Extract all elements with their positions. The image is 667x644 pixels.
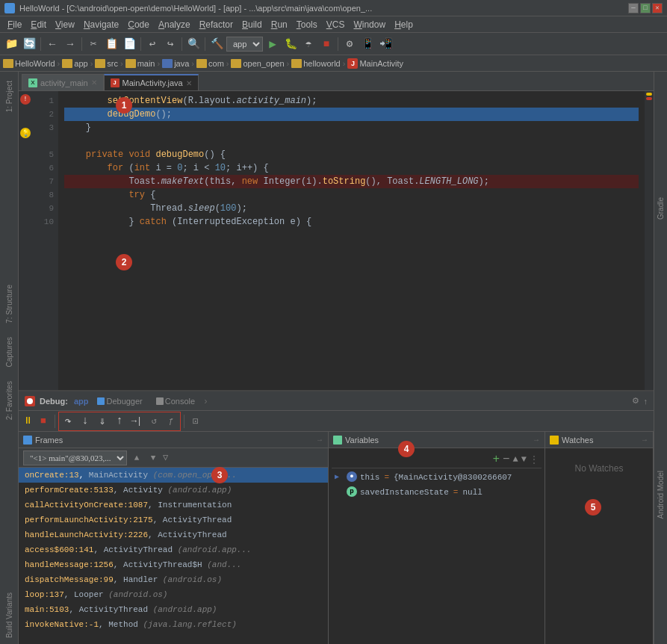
stop-program-btn[interactable]: ■: [35, 413, 52, 430]
frame-item-1[interactable]: performCreate:5133, Activity (android.ap…: [19, 483, 328, 498]
evaluate-expr-btn[interactable]: ƒ: [163, 413, 179, 430]
console-tab-btn[interactable]: Console: [152, 395, 199, 407]
variables-panel-expand[interactable]: →: [533, 436, 540, 444]
var-this-expand[interactable]: ▶: [335, 471, 344, 483]
toolbar-sync-btn[interactable]: 🔄: [21, 36, 37, 52]
bc-main[interactable]: main: [125, 59, 155, 68]
tab-mainactivity[interactable]: J MainActivity.java ✕: [104, 74, 199, 90]
bc-open-open[interactable]: open_open: [231, 59, 284, 68]
com-folder-icon: [196, 59, 207, 68]
toolbar-find-btn[interactable]: 🔍: [185, 36, 202, 52]
menu-edit[interactable]: Edit: [26, 18, 51, 31]
bc-helloworld[interactable]: HelloWorld: [3, 59, 55, 68]
menu-analyze[interactable]: Analyze: [154, 18, 195, 31]
frames-panel-expand[interactable]: →: [316, 436, 323, 444]
toolbar-stop-btn[interactable]: ■: [318, 36, 335, 52]
step-out-btn[interactable]: ↑: [111, 413, 128, 430]
vars-nav-down-btn[interactable]: ▼: [521, 454, 527, 465]
tab-mainactivity-close[interactable]: ✕: [186, 79, 192, 87]
right-sidebar-gradle-tab[interactable]: Gradle: [657, 194, 665, 223]
var-this[interactable]: ▶ ● this = {MainActivity@8300266607: [332, 470, 542, 485]
menu-code[interactable]: Code: [123, 18, 154, 31]
menu-view[interactable]: View: [51, 18, 79, 31]
frame-item-8[interactable]: loop:137, Looper (android.os): [19, 587, 328, 602]
pause-program-btn[interactable]: ⏸: [22, 413, 34, 430]
toolbar-project-btn[interactable]: 📁: [3, 36, 19, 52]
bc-mainactivity[interactable]: J MainActivity: [347, 58, 403, 69]
toolbar-run-btn[interactable]: ▶: [264, 36, 281, 52]
close-button[interactable]: ✕: [652, 3, 663, 13]
reset-frame-btn[interactable]: ↺: [146, 413, 162, 430]
right-sidebar-android-tab[interactable]: Android Model: [657, 468, 665, 521]
frame-item-2[interactable]: callActivityOnCreate:1087, Instrumentati…: [19, 498, 328, 513]
sidebar-buildvariants-tab[interactable]: Build Variants: [4, 586, 15, 644]
toolbar-settings-btn[interactable]: ⚙: [341, 36, 358, 52]
toolbar-redo-btn[interactable]: ↪: [162, 36, 179, 52]
bc-helloworld-pkg[interactable]: helloworld: [291, 59, 341, 68]
sidebar-structure-tab[interactable]: 7: Structure: [4, 279, 15, 329]
menu-help[interactable]: Help: [390, 18, 418, 31]
bc-src[interactable]: src: [95, 59, 118, 68]
annotation-3: 3: [211, 467, 228, 483]
debug-settings-btn[interactable]: ⚙: [632, 396, 639, 406]
toolbar-forward-btn[interactable]: →: [62, 36, 78, 52]
thread-select[interactable]: "<1> main"@830,023,...: [23, 451, 127, 465]
toolbar-avd-btn[interactable]: 📲: [377, 36, 394, 52]
frame-item-0[interactable]: onCreate:13, MainActivity (com.open_open…: [19, 468, 328, 483]
menu-vcs[interactable]: VCS: [322, 18, 350, 31]
code-editor[interactable]: setContentView(R.layout.activity_main); …: [58, 91, 645, 390]
watches-panel-expand[interactable]: →: [641, 436, 648, 444]
step-over-btn[interactable]: ↷: [60, 413, 76, 430]
bc-app[interactable]: app: [62, 59, 87, 68]
toolbar-sep-2: [81, 37, 82, 51]
frame-item-6[interactable]: handleMessage:1256, ActivityThread$H (an…: [19, 557, 328, 572]
remove-watch-btn[interactable]: −: [503, 453, 510, 466]
toolbar-sdk-btn[interactable]: 📱: [359, 36, 376, 52]
sidebar-project-tab[interactable]: 1: Project: [4, 75, 15, 118]
toolbar-copy-btn[interactable]: 📋: [103, 36, 120, 52]
frame-item-4[interactable]: handleLaunchActivity:2226, ActivityThrea…: [19, 527, 328, 542]
toolbar-back-btn[interactable]: ←: [44, 36, 61, 52]
menu-build[interactable]: Build: [238, 18, 267, 31]
vars-nav-up-btn[interactable]: ▲: [513, 454, 518, 465]
vars-expand-btn[interactable]: ⋮: [530, 454, 539, 465]
menu-run[interactable]: Run: [267, 18, 292, 31]
tab-activity-main-close[interactable]: ✕: [91, 78, 97, 87]
toolbar-undo-btn[interactable]: ↩: [144, 36, 161, 52]
run-to-cursor-btn[interactable]: →|: [128, 413, 145, 430]
toolbar-debug-btn[interactable]: 🐛: [282, 36, 299, 52]
run-config-select[interactable]: app: [226, 37, 263, 52]
bc-java[interactable]: java: [162, 59, 189, 68]
frames-up-btn[interactable]: ▲: [130, 451, 143, 465]
toolbar-coverage-btn[interactable]: ☂: [300, 36, 317, 52]
frames-filter-btn[interactable]: ▽: [163, 452, 168, 463]
menu-window[interactable]: Window: [349, 18, 390, 31]
tab-activity-main[interactable]: X activity_main ✕: [22, 74, 104, 90]
debugger-tab-btn[interactable]: Debugger: [93, 395, 146, 407]
menu-navigate[interactable]: Navigate: [79, 18, 123, 31]
sidebar-captures-tab[interactable]: Captures: [4, 331, 15, 374]
menu-tools[interactable]: Tools: [292, 18, 322, 31]
toolbar-cut-btn[interactable]: ✂: [85, 36, 102, 52]
sidebar-favorites-tab[interactable]: 2: Favorites: [4, 375, 15, 426]
frame-item-10[interactable]: invokeNative:-1, Method (java.lang.refle…: [19, 617, 328, 632]
debug-pin-btn[interactable]: ↑: [644, 397, 648, 406]
maximize-button[interactable]: □: [640, 3, 651, 13]
var-savedinstancestate[interactable]: p savedInstanceState = null: [332, 485, 542, 500]
force-step-into-btn[interactable]: ⇓: [94, 413, 111, 430]
frame-item-9[interactable]: main:5103, ActivityThread (android.app): [19, 602, 328, 617]
step-into-btn[interactable]: ↓: [77, 413, 93, 430]
add-watch-btn[interactable]: +: [492, 453, 500, 466]
frame-item-5[interactable]: access$600:141, ActivityThread (android.…: [19, 542, 328, 557]
toolbar-paste-btn[interactable]: 📄: [121, 36, 137, 52]
menu-file[interactable]: File: [3, 18, 26, 31]
frame-item-7[interactable]: dispatchMessage:99, Handler (android.os): [19, 572, 328, 587]
frames-down-btn[interactable]: ▼: [146, 451, 160, 465]
toolbar-build-icon[interactable]: 🔨: [208, 36, 225, 52]
bc-com[interactable]: com: [196, 59, 224, 68]
menu-refactor[interactable]: Refactor: [195, 18, 238, 31]
main-folder-icon: [125, 59, 136, 68]
toggle-breakpoints-btn[interactable]: ⊡: [187, 413, 204, 430]
frame-item-3[interactable]: performLaunchActivity:2175, ActivityThre…: [19, 513, 328, 527]
minimize-button[interactable]: ─: [628, 3, 639, 13]
